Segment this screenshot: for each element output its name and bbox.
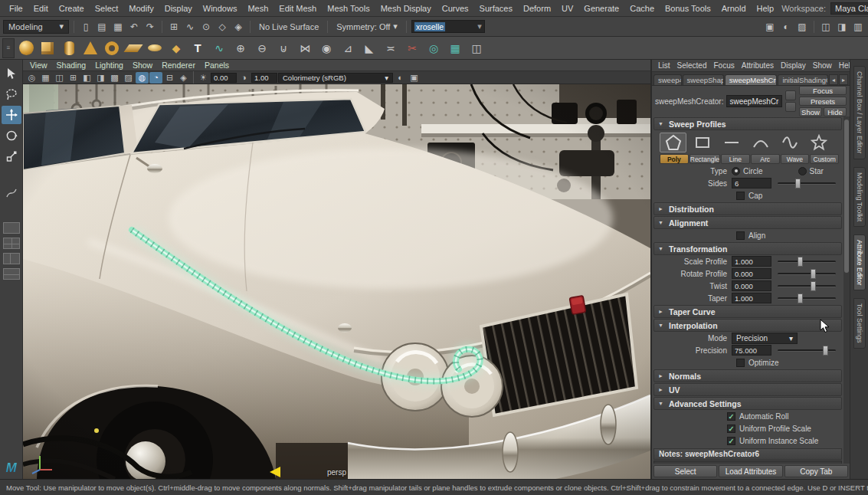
section-alignment[interactable]: ▼ Alignment bbox=[653, 216, 842, 229]
type-tool-icon[interactable]: T bbox=[188, 38, 208, 58]
render-settings-icon[interactable]: ▨ bbox=[795, 20, 809, 34]
side-tab-modeling-toolkit[interactable]: Modeling Toolkit bbox=[853, 167, 866, 227]
align-checkbox[interactable]: ✓ bbox=[736, 231, 745, 240]
tab-sweepshape46[interactable]: sweepShape46 bbox=[683, 74, 724, 85]
ae-menu-focus[interactable]: Focus bbox=[710, 61, 737, 70]
optimize-checkbox[interactable]: ✓ bbox=[736, 359, 745, 367]
rotate-tool-icon[interactable] bbox=[2, 126, 21, 145]
section-transformation[interactable]: ▼ Transformation bbox=[653, 242, 842, 255]
menu-create[interactable]: Create bbox=[54, 2, 89, 15]
menu-display[interactable]: Display bbox=[160, 2, 197, 15]
section-sweep-profiles[interactable]: ▼ Sweep Profiles bbox=[653, 117, 842, 130]
exposure-icon[interactable]: ☀ bbox=[197, 72, 210, 84]
boolean-union-icon[interactable]: ⊕ bbox=[231, 38, 251, 58]
exposure-field[interactable]: 0.00 bbox=[211, 73, 237, 83]
section-normals[interactable]: ► Normals bbox=[653, 369, 842, 382]
layout-single-pane-button[interactable] bbox=[3, 222, 20, 234]
rectangle-profile-button[interactable]: Rectangle bbox=[689, 154, 720, 164]
ae-menu-list[interactable]: List bbox=[655, 61, 673, 70]
gate-mask-icon[interactable]: ◧ bbox=[80, 72, 93, 84]
boolean-difference-icon[interactable]: ⊖ bbox=[252, 38, 272, 58]
type-star-radio[interactable] bbox=[798, 167, 807, 175]
hide-button[interactable]: Hide bbox=[824, 107, 847, 116]
profile-wave-icon[interactable] bbox=[776, 133, 803, 152]
section-advanced-settings[interactable]: ▼ Advanced Settings bbox=[653, 397, 842, 410]
last-tool-icon[interactable] bbox=[2, 184, 21, 202]
sides-field[interactable] bbox=[732, 178, 771, 188]
bridge-icon[interactable]: ≍ bbox=[381, 38, 401, 58]
poly-disc-icon[interactable] bbox=[145, 38, 165, 58]
snap-point-icon[interactable]: ⊙ bbox=[199, 20, 213, 34]
tab-sweep46[interactable]: sweep46 bbox=[653, 74, 682, 85]
automatic-roll-checkbox[interactable]: ✓ bbox=[727, 412, 735, 421]
twist-slider[interactable] bbox=[778, 285, 836, 287]
scale-tool-icon[interactable] bbox=[2, 147, 21, 166]
attribute-editor-scrollbar[interactable] bbox=[843, 116, 850, 464]
sidebar-toggle-attribute-editor-icon[interactable]: ◫ bbox=[819, 20, 833, 34]
mirror-icon[interactable]: ◫ bbox=[467, 38, 486, 58]
snap-curve-icon[interactable]: ∿ bbox=[183, 20, 197, 34]
move-tool-icon[interactable] bbox=[2, 106, 21, 124]
separate-icon[interactable]: ⋈ bbox=[295, 38, 315, 58]
shadows-icon[interactable]: ◈ bbox=[177, 72, 190, 84]
poly-cone-icon[interactable] bbox=[80, 38, 100, 58]
vp-menu-shading[interactable]: Shading bbox=[53, 61, 90, 70]
grid-icon[interactable]: ▦ bbox=[39, 72, 52, 84]
ipr-render-icon[interactable]: ◐ bbox=[779, 20, 793, 34]
section-taper-curve[interactable]: ► Taper Curve bbox=[653, 305, 842, 318]
save-scene-icon[interactable]: ▦ bbox=[111, 20, 125, 34]
use-all-lights-icon[interactable]: ⊟ bbox=[163, 72, 176, 84]
menu-mesh-display[interactable]: Mesh Display bbox=[376, 2, 436, 15]
menu-modify[interactable]: Modify bbox=[124, 2, 158, 15]
ssao-icon[interactable]: ◐ bbox=[394, 72, 407, 84]
line-profile-button[interactable]: Line bbox=[721, 154, 750, 164]
film-gate-icon[interactable]: ◫ bbox=[53, 72, 66, 84]
redo-icon[interactable]: ↷ bbox=[143, 20, 157, 34]
mode-dropdown[interactable]: Precision ▾ bbox=[732, 333, 798, 344]
menu-file[interactable]: File bbox=[5, 2, 28, 15]
vp-menu-show[interactable]: Show bbox=[129, 61, 156, 70]
tab-sweepmeshcreator6[interactable]: sweepMeshCreator6 bbox=[725, 74, 778, 85]
new-scene-icon[interactable]: ▯ bbox=[79, 20, 93, 34]
lasso-tool-icon[interactable] bbox=[2, 85, 21, 103]
target-weld-icon[interactable]: ◎ bbox=[424, 38, 444, 58]
list-history-button[interactable] bbox=[785, 102, 796, 112]
sidebar-toggle-toolsettings-icon[interactable]: ◨ bbox=[835, 20, 849, 34]
menu-mesh[interactable]: Mesh bbox=[243, 2, 273, 15]
layout-four-pane-button[interactable] bbox=[3, 238, 20, 249]
menu-help[interactable]: Help bbox=[752, 2, 779, 15]
live-surface-dropdown[interactable]: No Live Surface bbox=[255, 20, 323, 34]
gamma-icon[interactable]: ◑ bbox=[237, 72, 251, 84]
textured-icon[interactable]: ◔ bbox=[149, 72, 162, 84]
menu-edit-mesh[interactable]: Edit Mesh bbox=[274, 2, 321, 15]
wireframe-icon[interactable]: ▨ bbox=[122, 72, 135, 84]
viewport-canvas[interactable]: persp bbox=[23, 84, 650, 479]
undo-icon[interactable]: ↶ bbox=[127, 20, 141, 34]
menu-deform[interactable]: Deform bbox=[519, 2, 555, 15]
arc-profile-button[interactable]: Arc bbox=[751, 154, 780, 164]
menuset-dropdown[interactable]: Modeling ▾ bbox=[3, 20, 69, 34]
layout-two-pane-side-button[interactable] bbox=[3, 253, 20, 264]
copy-tab-button[interactable]: Copy Tab bbox=[784, 465, 848, 477]
side-tab-channel-box[interactable]: Channel Box / Layer Editor bbox=[853, 66, 866, 159]
symmetry-dropdown[interactable]: Symmetry: Off ▾ bbox=[332, 20, 401, 34]
side-tab-attribute-editor[interactable]: Attribute Editor bbox=[853, 234, 866, 291]
vp-menu-lighting[interactable]: Lighting bbox=[91, 61, 127, 70]
section-distribution[interactable]: ► Distribution bbox=[653, 202, 842, 215]
vp-menu-panels[interactable]: Panels bbox=[201, 61, 233, 70]
wave-profile-button[interactable]: Wave bbox=[781, 154, 810, 164]
make-live-icon[interactable]: ◈ bbox=[231, 20, 245, 34]
pin-tab-button[interactable] bbox=[785, 90, 796, 100]
motion-blur-icon[interactable]: ▣ bbox=[408, 72, 421, 84]
poly-cube-icon[interactable] bbox=[38, 38, 57, 58]
menu-uv[interactable]: UV bbox=[557, 2, 578, 15]
precision-field[interactable] bbox=[732, 345, 771, 356]
cap-checkbox[interactable]: ✓ bbox=[736, 192, 745, 200]
notes-textarea[interactable] bbox=[653, 461, 842, 464]
vp-menu-renderer[interactable]: Renderer bbox=[158, 61, 199, 70]
section-uv[interactable]: ► UV bbox=[653, 383, 842, 396]
snap-plane-icon[interactable]: ◇ bbox=[215, 20, 229, 34]
layout-two-pane-stacked-button[interactable] bbox=[3, 268, 20, 280]
menu-edit[interactable]: Edit bbox=[29, 2, 53, 15]
uniform-instance-scale-checkbox[interactable]: ✓ bbox=[727, 437, 735, 445]
